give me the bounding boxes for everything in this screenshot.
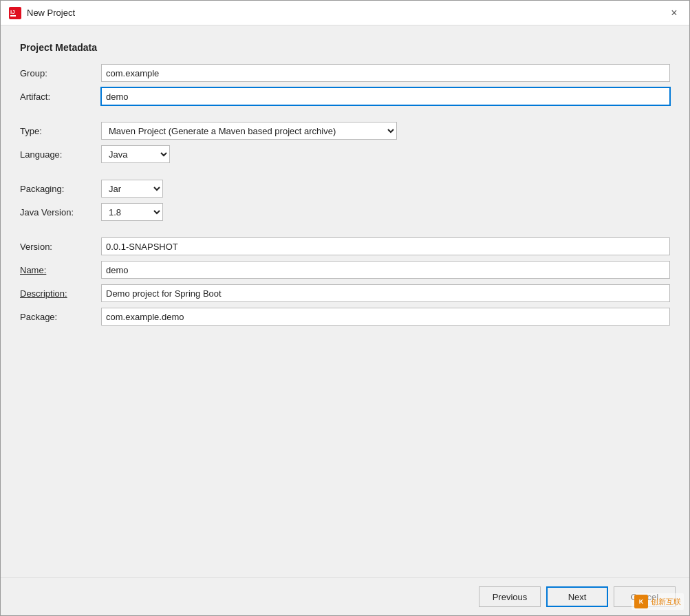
svg-rect-1 bbox=[10, 15, 16, 17]
watermark-text: 创新互联 bbox=[651, 597, 681, 607]
title-bar: IJ New Project × bbox=[1, 1, 689, 25]
svg-text:IJ: IJ bbox=[10, 9, 15, 15]
type-select[interactable]: Maven Project (Generate a Maven based pr… bbox=[101, 122, 397, 140]
java-version-select[interactable]: 1.8 11 17 bbox=[101, 203, 163, 221]
spacer-2 bbox=[20, 169, 670, 174]
package-label: Package: bbox=[20, 312, 96, 322]
description-input[interactable] bbox=[101, 284, 670, 302]
group-label: Group: bbox=[20, 68, 96, 78]
artifact-label: Artifact: bbox=[20, 92, 96, 102]
java-version-label: Java Version: bbox=[20, 207, 96, 217]
new-project-dialog: IJ New Project × Project Metadata Group:… bbox=[0, 0, 690, 616]
form-grid: Group: Artifact: Type: Maven Project (Ge… bbox=[20, 64, 670, 326]
dialog-body: Project Metadata Group: Artifact: Type: … bbox=[1, 25, 689, 577]
packaging-select[interactable]: Jar War bbox=[101, 180, 163, 198]
artifact-input[interactable] bbox=[101, 87, 670, 105]
version-label: Version: bbox=[20, 242, 96, 252]
watermark-icon: K bbox=[634, 595, 648, 608]
language-label: Language: bbox=[20, 149, 96, 160]
package-input[interactable] bbox=[101, 308, 670, 326]
type-label: Type: bbox=[20, 126, 96, 136]
spacer-3 bbox=[20, 226, 670, 232]
name-label: Name: bbox=[20, 265, 96, 275]
window-title: New Project bbox=[27, 8, 75, 18]
next-button[interactable]: Next bbox=[546, 586, 608, 607]
name-input[interactable] bbox=[101, 261, 670, 279]
app-icon: IJ bbox=[9, 7, 21, 19]
group-input[interactable] bbox=[101, 64, 670, 82]
dialog-footer: Previous Next Cancel bbox=[1, 577, 689, 615]
description-label: Description: bbox=[20, 288, 96, 299]
language-select[interactable]: Java Kotlin Groovy bbox=[101, 145, 170, 163]
previous-button[interactable]: Previous bbox=[479, 586, 541, 607]
spacer-1 bbox=[20, 111, 670, 116]
watermark: K 创新互联 bbox=[632, 593, 684, 610]
version-input[interactable] bbox=[101, 237, 670, 255]
close-button[interactable]: × bbox=[667, 6, 681, 20]
section-title: Project Metadata bbox=[20, 42, 670, 53]
title-bar-left: IJ New Project bbox=[9, 7, 75, 19]
packaging-label: Packaging: bbox=[20, 184, 96, 194]
